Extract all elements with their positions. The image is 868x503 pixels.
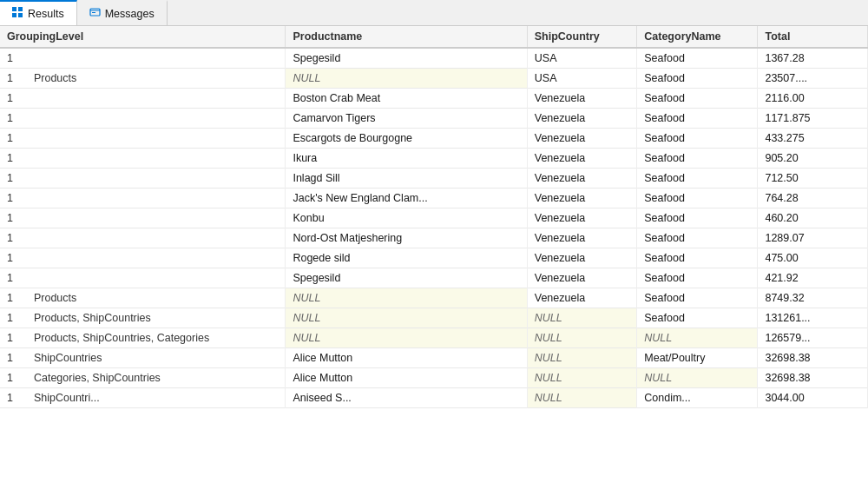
cell-category: Seafood (637, 268, 758, 288)
cell-total: 460.20 (758, 208, 868, 228)
cell-grouping-num: 1 (0, 149, 286, 169)
cell-total: 3044.00 (758, 388, 868, 408)
cell-product: Spegesild (286, 268, 527, 288)
cell-grouping-num: 1ShipCountri... (0, 388, 286, 408)
cell-category: NULL (637, 368, 758, 388)
table-row: 1Rogede sildVenezuelaSeafood475.00 (0, 248, 868, 268)
cell-product: NULL (286, 69, 527, 89)
cell-ship-country: Venezuela (527, 268, 637, 288)
cell-grouping-num: 1 (0, 228, 286, 248)
grouping-number: 1 (7, 392, 13, 404)
grouping-number: 1 (7, 312, 13, 324)
grouping-number: 1 (7, 72, 13, 84)
cell-category: Condim... (637, 388, 758, 408)
grouping-number: 1 (7, 332, 13, 344)
cell-ship-country: Venezuela (527, 228, 637, 248)
col-header-grouping: GroupingLevel (0, 26, 286, 48)
grouping-number: 1 (7, 52, 13, 64)
cell-grouping-num: 1 (0, 169, 286, 189)
cell-product: NULL (286, 328, 527, 348)
grouping-label: Products, ShipCountries, Categories (34, 332, 209, 344)
grouping-number: 1 (7, 372, 13, 384)
results-table: GroupingLevel Productname ShipCountry Ca… (0, 26, 868, 408)
table-row: 1Products, ShipCountriesNULLNULLSeafood1… (0, 308, 868, 328)
tab-messages[interactable]: Messages (77, 0, 168, 25)
table-header-row: GroupingLevel Productname ShipCountry Ca… (0, 26, 868, 48)
table-row: 1ShipCountriesAlice MuttonNULLMeat/Poult… (0, 348, 868, 368)
svg-rect-1 (18, 7, 23, 11)
table-row: 1ProductsNULLUSASeafood23507.... (0, 69, 868, 89)
col-header-product: Productname (286, 26, 527, 48)
cell-ship-country: NULL (527, 328, 637, 348)
table-row: 1ShipCountri...Aniseed S...NULLCondim...… (0, 388, 868, 408)
grouping-number: 1 (7, 112, 13, 124)
cell-ship-country: Venezuela (527, 129, 637, 149)
cell-grouping-num: 1 (0, 268, 286, 288)
cell-category: Seafood (637, 189, 758, 208)
cell-category: Seafood (637, 89, 758, 109)
table-body: 1SpegesildUSASeafood1367.281ProductsNULL… (0, 48, 868, 408)
cell-ship-country: NULL (527, 368, 637, 388)
table-row: 1ProductsNULLVenezuelaSeafood8749.32 (0, 288, 868, 308)
cell-ship-country: USA (527, 48, 637, 69)
cell-product: Konbu (286, 208, 527, 228)
grouping-number: 1 (7, 252, 13, 264)
col-header-ship: ShipCountry (527, 26, 637, 48)
cell-ship-country: Venezuela (527, 169, 637, 189)
table-row: 1IkuraVenezuelaSeafood905.20 (0, 149, 868, 169)
tab-results-label: Results (28, 8, 64, 20)
grouping-number: 1 (7, 172, 13, 184)
cell-grouping-num: 1 (0, 89, 286, 109)
col-header-category: CategoryName (637, 26, 758, 48)
cell-category: NULL (637, 328, 758, 348)
cell-total: 131261... (758, 308, 868, 328)
cell-product: NULL (286, 288, 527, 308)
cell-product: Alice Mutton (286, 348, 527, 368)
cell-total: 764.28 (758, 189, 868, 208)
table-row: 1Boston Crab MeatVenezuelaSeafood2116.00 (0, 89, 868, 109)
cell-product: Spegesild (286, 48, 527, 69)
grouping-label: ShipCountries (34, 352, 102, 364)
cell-total: 421.92 (758, 268, 868, 288)
cell-category: Seafood (637, 129, 758, 149)
cell-grouping-num: 1 (0, 208, 286, 228)
grouping-number: 1 (7, 232, 13, 244)
svg-rect-0 (12, 7, 16, 11)
cell-product: Aniseed S... (286, 388, 527, 408)
cell-total: 905.20 (758, 149, 868, 169)
cell-category: Seafood (637, 308, 758, 328)
cell-total: 433.275 (758, 129, 868, 149)
cell-category: Seafood (637, 228, 758, 248)
table-row: 1Nord-Ost MatjesheringVenezuelaSeafood12… (0, 228, 868, 248)
table-row: 1Escargots de BourgogneVenezuelaSeafood4… (0, 129, 868, 149)
table-row: 1Inlagd SillVenezuelaSeafood712.50 (0, 169, 868, 189)
grouping-number: 1 (7, 352, 13, 364)
table-row: 1Products, ShipCountries, CategoriesNULL… (0, 328, 868, 348)
cell-grouping-num: 1 (0, 248, 286, 268)
cell-grouping-num: 1Products, ShipCountries (0, 308, 286, 328)
cell-category: Seafood (637, 208, 758, 228)
cell-grouping-num: 1 (0, 129, 286, 149)
cell-product: Inlagd Sill (286, 169, 527, 189)
grouping-label: ShipCountri... (34, 392, 100, 404)
cell-total: 8749.32 (758, 288, 868, 308)
cell-total: 1289.07 (758, 228, 868, 248)
table-row: 1KonbuVenezuelaSeafood460.20 (0, 208, 868, 228)
table-row: 1SpegesildUSASeafood1367.28 (0, 48, 868, 69)
grouping-number: 1 (7, 92, 13, 104)
cell-product: Escargots de Bourgogne (286, 129, 527, 149)
cell-grouping-num: 1 (0, 48, 286, 69)
cell-category: Seafood (637, 169, 758, 189)
cell-grouping-num: 1Categories, ShipCountries (0, 368, 286, 388)
grouping-label: Products (34, 72, 76, 84)
grouping-number: 1 (7, 292, 13, 304)
cell-product: NULL (286, 308, 527, 328)
tab-results[interactable]: Results (0, 0, 77, 25)
grouping-number: 1 (7, 152, 13, 164)
cell-ship-country: NULL (527, 388, 637, 408)
cell-ship-country: NULL (527, 308, 637, 328)
cell-category: Meat/Poultry (637, 348, 758, 368)
cell-total: 2116.00 (758, 89, 868, 109)
cell-category: Seafood (637, 288, 758, 308)
cell-grouping-num: 1Products (0, 288, 286, 308)
